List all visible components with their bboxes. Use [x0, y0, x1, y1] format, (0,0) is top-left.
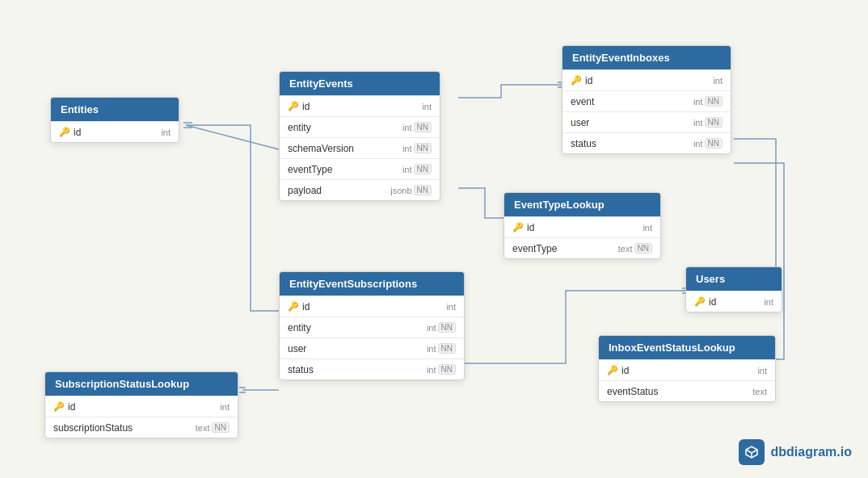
table-inbox-event-status-lookup[interactable]: InboxEventStatusLookup 🔑 id int eventSta… — [598, 335, 776, 402]
key-icon: 🔑 — [59, 127, 70, 137]
table-row: 🔑 id int — [686, 291, 782, 312]
table-entities[interactable]: Entities 🔑 id int — [50, 97, 179, 143]
table-entity-event-subscriptions-header: EntityEventSubscriptions — [280, 272, 464, 296]
table-row: 🔑 id int — [280, 95, 440, 116]
table-row: eventType text NN — [504, 237, 660, 258]
brand-icon — [739, 439, 765, 465]
table-row: status int NN — [563, 132, 731, 153]
table-entity-events-header: EntityEvents — [280, 72, 440, 95]
svg-line-0 — [186, 125, 279, 149]
table-entity-event-inboxes[interactable]: EntityEventInboxes 🔑 id int event int NN… — [562, 45, 731, 154]
table-row: subscriptionStatus text NN — [45, 417, 238, 438]
table-entity-event-inboxes-header: EntityEventInboxes — [563, 46, 731, 69]
table-users[interactable]: Users 🔑 id int — [685, 266, 782, 312]
key-icon: 🔑 — [571, 75, 582, 86]
table-row: entity int NN — [280, 116, 440, 137]
table-row: 🔑 id int — [280, 296, 464, 317]
table-subscription-status-lookup-header: SubscriptionStatusLookup — [45, 372, 238, 396]
key-icon: 🔑 — [288, 301, 299, 312]
table-row: 🔑 id int — [51, 121, 179, 142]
table-row: 🔑 id int — [563, 69, 731, 90]
table-row: entity int NN — [280, 317, 464, 338]
brand-logo[interactable]: dbdiagram.io — [739, 439, 852, 465]
table-entities-header: Entities — [51, 98, 179, 121]
table-subscription-status-lookup[interactable]: SubscriptionStatusLookup 🔑 id int subscr… — [44, 371, 238, 438]
table-row: eventStatus text — [599, 380, 775, 401]
key-icon: 🔑 — [607, 365, 618, 375]
table-row: 🔑 id int — [45, 396, 238, 417]
table-row: schemaVersion int NN — [280, 137, 440, 158]
key-icon: 🔑 — [288, 101, 299, 111]
key-icon: 🔑 — [512, 222, 524, 233]
table-event-type-lookup-header: EventTypeLookup — [504, 193, 660, 216]
table-row: user int NN — [280, 338, 464, 358]
table-row: user int NN — [563, 111, 731, 132]
table-entity-event-subscriptions[interactable]: EntityEventSubscriptions 🔑 id int entity… — [279, 271, 465, 380]
table-users-header: Users — [686, 267, 782, 291]
brand-name: dbdiagram.io — [771, 445, 852, 459]
diagram-canvas: Entities 🔑 id int EntityEvents 🔑 id int … — [0, 0, 868, 478]
table-row: payload jsonb NN — [280, 179, 440, 200]
table-inbox-event-status-lookup-header: InboxEventStatusLookup — [599, 336, 775, 359]
table-event-type-lookup[interactable]: EventTypeLookup 🔑 id int eventType text … — [504, 192, 661, 259]
key-icon: 🔑 — [53, 401, 65, 412]
table-row: 🔑 id int — [599, 359, 775, 380]
table-row: 🔑 id int — [504, 216, 660, 237]
table-row: eventType int NN — [280, 158, 440, 179]
table-row: event int NN — [563, 90, 731, 111]
key-icon: 🔑 — [694, 296, 706, 307]
table-entity-events[interactable]: EntityEvents 🔑 id int entity int NN sche… — [279, 71, 440, 201]
table-row: status int NN — [280, 358, 464, 379]
